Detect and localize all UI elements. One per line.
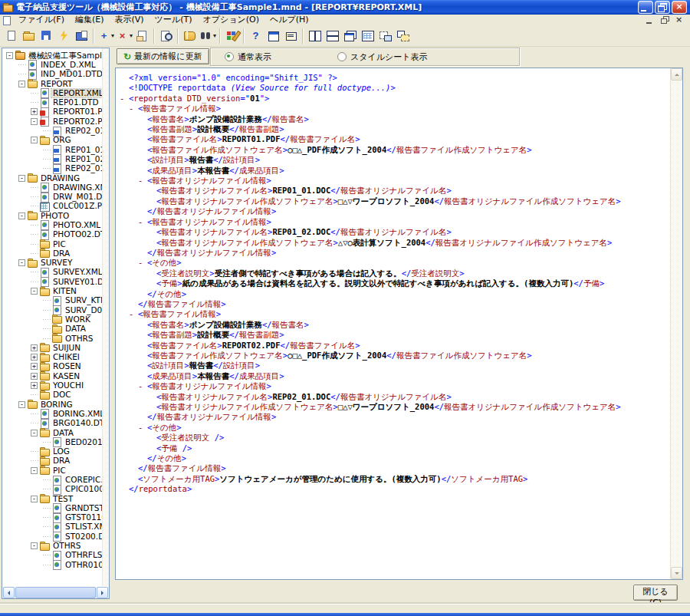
- export-button[interactable]: [73, 28, 90, 44]
- tree-item[interactable]: LOG: [3, 446, 102, 456]
- tree-item[interactable]: GRNDTST.XML: [3, 503, 102, 512]
- tree-item[interactable]: -OTHRS: [3, 541, 102, 550]
- save-button[interactable]: [38, 28, 55, 44]
- mdi-minimize-button[interactable]: [645, 16, 655, 25]
- tree-item[interactable]: -REPORT: [3, 79, 102, 88]
- menu-tools[interactable]: ツール(T): [150, 15, 198, 25]
- close-button[interactable]: ×: [672, 1, 687, 14]
- tree-item[interactable]: -KITEN: [3, 286, 102, 295]
- properties-button[interactable]: [133, 28, 151, 44]
- menu-options[interactable]: オプション(O): [197, 15, 264, 25]
- split-horizontal-button[interactable]: [324, 28, 341, 44]
- tree-item[interactable]: REP01.DTD: [3, 97, 102, 107]
- collapse-marker[interactable]: -: [138, 381, 147, 391]
- tree-item[interactable]: OTHR0101.DTD: [3, 560, 102, 569]
- collapse-marker[interactable]: -: [138, 176, 147, 186]
- expand-toggle[interactable]: -: [18, 175, 25, 182]
- tree-item[interactable]: C0LC001Z.P21: [3, 202, 102, 211]
- tree-item[interactable]: GTST0110.DTD: [3, 513, 102, 522]
- tree-item[interactable]: PHOTO02.DTD: [3, 230, 102, 239]
- scroll-up-arrow[interactable]: [671, 68, 682, 81]
- edit-check-button[interactable]: [223, 28, 241, 44]
- sync-tree-button[interactable]: [394, 28, 412, 44]
- tree-item[interactable]: INDEX_D.XML: [3, 60, 102, 69]
- tree-item[interactable]: -ORG: [3, 136, 102, 145]
- tree-item[interactable]: -BORING: [3, 400, 102, 409]
- find-button[interactable]: ▾: [199, 28, 217, 44]
- lightning-button[interactable]: [55, 28, 73, 44]
- collapse-marker[interactable]: -: [138, 217, 147, 227]
- mdi-close-button[interactable]: ×: [674, 16, 684, 25]
- tree-item[interactable]: +SUIJUN: [3, 343, 102, 352]
- tree-item[interactable]: OTHRFLS.XML: [3, 551, 102, 560]
- tree-item[interactable]: -PHOTO: [3, 211, 102, 220]
- tree-item[interactable]: -PIC: [3, 466, 102, 475]
- expand-toggle[interactable]: +: [31, 363, 38, 370]
- expand-toggle[interactable]: +: [31, 108, 38, 115]
- tree-item[interactable]: SURV_D01.DTD: [3, 305, 102, 315]
- preview-button[interactable]: [157, 28, 175, 44]
- tree-item[interactable]: -DATA: [3, 428, 102, 437]
- tree-item[interactable]: PHOTO.XML: [3, 220, 102, 229]
- collapse-marker[interactable]: -: [138, 423, 147, 433]
- tree-item[interactable]: +KASEN: [3, 371, 102, 380]
- minimize-button[interactable]: [638, 1, 653, 14]
- tree-horizontal-scrollbar[interactable]: [2, 587, 109, 598]
- tree-item[interactable]: SURVEY.XML: [3, 268, 102, 277]
- expand-toggle[interactable]: -: [18, 259, 25, 266]
- expand-toggle[interactable]: +: [31, 344, 38, 351]
- window-button[interactable]: [264, 28, 282, 44]
- expand-toggle[interactable]: +: [31, 373, 38, 380]
- tree-item[interactable]: -TEST: [3, 494, 102, 503]
- split-vertical-button[interactable]: [306, 28, 324, 44]
- tree-item[interactable]: -機械設備工事Sample1.mnd: [3, 51, 102, 60]
- cascade-windows-button[interactable]: [341, 28, 359, 44]
- menu-help[interactable]: ヘルプ(H): [264, 15, 314, 25]
- reference-book-button[interactable]: [181, 28, 199, 44]
- mdi-restore-button[interactable]: [659, 16, 669, 25]
- tree-vertical-scrollbar[interactable]: [102, 48, 109, 586]
- tree-item[interactable]: COREPIC.XML: [3, 475, 102, 484]
- tree-item[interactable]: STLIST.XML: [3, 522, 102, 532]
- tree-item[interactable]: +REPORT01.PDF: [3, 107, 102, 117]
- expand-toggle[interactable]: -: [18, 401, 25, 408]
- tree-item[interactable]: +CHIKEI: [3, 353, 102, 362]
- tree-item[interactable]: DOC: [3, 390, 102, 400]
- refresh-button[interactable]: ↻ 最新の情報に更新: [117, 48, 209, 64]
- expand-toggle[interactable]: -: [31, 496, 38, 502]
- tree-item[interactable]: DRA: [3, 456, 102, 466]
- tree-item[interactable]: +YOUCHI: [3, 380, 102, 390]
- tree-item[interactable]: -DRAWING: [3, 173, 102, 183]
- collapse-marker[interactable]: -: [138, 258, 147, 268]
- collapse-marker[interactable]: -: [120, 94, 129, 104]
- scroll-down-arrow[interactable]: [671, 567, 682, 579]
- tree-item[interactable]: BRG0140.DTD: [3, 419, 102, 428]
- tree-item[interactable]: REP01_02.DOC: [3, 154, 102, 163]
- help-button[interactable]: ?: [247, 28, 264, 44]
- tree-item[interactable]: DATA: [3, 324, 102, 334]
- collapse-marker[interactable]: -: [129, 309, 138, 319]
- scroll-thumb[interactable]: [15, 587, 96, 598]
- tree-item[interactable]: OTHRS: [3, 334, 102, 343]
- tree-item[interactable]: DRAWING.XML: [3, 183, 102, 192]
- radio-normal-view[interactable]: 通常表示: [225, 51, 271, 63]
- tree-item[interactable]: SURV_KTN.XML: [3, 296, 102, 305]
- expand-toggle[interactable]: -: [31, 118, 38, 125]
- new-document-button[interactable]: [2, 28, 20, 44]
- card-window-button[interactable]: [282, 28, 300, 44]
- tree-item[interactable]: -SURVEY: [3, 259, 102, 268]
- detail-view-button[interactable]: [359, 28, 376, 44]
- tree-item[interactable]: REP02_01.DOC: [3, 164, 102, 173]
- open-folder-button[interactable]: [20, 28, 38, 44]
- menu-view[interactable]: 表示(V): [110, 15, 150, 25]
- expand-toggle[interactable]: +: [31, 382, 38, 389]
- expand-toggle[interactable]: -: [6, 52, 13, 59]
- scroll-right-arrow[interactable]: [97, 587, 108, 598]
- tree-item[interactable]: DRA: [3, 249, 102, 258]
- radio-stylesheet-view[interactable]: スタイルシート表示: [337, 51, 428, 63]
- tree-item[interactable]: PIC: [3, 239, 102, 249]
- tree-item[interactable]: SURVEY01.DTD: [3, 277, 102, 286]
- expand-toggle[interactable]: +: [31, 354, 38, 361]
- expand-toggle[interactable]: -: [18, 81, 25, 87]
- tree-item[interactable]: BED0201.DTD: [3, 437, 102, 446]
